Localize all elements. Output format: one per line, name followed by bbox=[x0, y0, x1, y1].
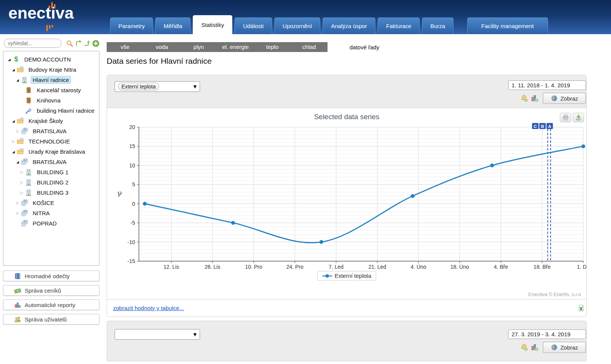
download-chart-button[interactable] bbox=[573, 113, 584, 122]
tree-item-demo-accoutn[interactable]: ◢$DEMO ACCOUTN bbox=[4, 54, 98, 65]
tree-expander-icon[interactable]: ◢ bbox=[11, 119, 16, 123]
tab-parametry[interactable]: Parametry bbox=[110, 17, 153, 34]
folder-icon bbox=[17, 148, 24, 155]
tree-expander-icon[interactable]: ◢ bbox=[6, 58, 12, 61]
branch-arrow-up-icon[interactable] bbox=[83, 39, 91, 47]
chart-title: Selected data series bbox=[107, 113, 586, 121]
excel-export-icon[interactable] bbox=[578, 304, 585, 312]
tree-expander-icon[interactable]: ▷ bbox=[19, 191, 25, 195]
tab-burza[interactable]: Burza bbox=[422, 17, 454, 34]
add-report-icon[interactable] bbox=[531, 343, 539, 351]
subnav-item-el-energie[interactable]: el. energie bbox=[217, 42, 254, 52]
page-title: Data series for Hlavní radnice bbox=[107, 57, 587, 66]
tree-item-bratislava[interactable]: ▷BRATISLAVA bbox=[4, 126, 98, 136]
print-chart-button[interactable] bbox=[560, 113, 571, 122]
search-icon[interactable] bbox=[66, 39, 73, 47]
tree-expander-icon[interactable]: ◢ bbox=[15, 160, 20, 164]
tree-item-label: Kancelář starosty bbox=[35, 86, 83, 94]
tree-item-knihovna[interactable]: Knihovna bbox=[4, 95, 98, 106]
tree-expander-icon[interactable]: ▷ bbox=[19, 170, 25, 174]
tree-item-kancel-starosty[interactable]: Kancelář starosty bbox=[4, 85, 98, 95]
tree-item-nitra[interactable]: ▷NITRA bbox=[4, 208, 98, 218]
tree-expander-icon[interactable]: ▷ bbox=[11, 139, 16, 143]
data-point[interactable] bbox=[411, 194, 414, 198]
subnav-item-v-e[interactable]: vše bbox=[107, 42, 143, 52]
second-zobraz-button[interactable]: Zobraz bbox=[543, 342, 586, 353]
tab-anal-za-spor[interactable]: Analýza úspor bbox=[323, 17, 375, 34]
svg-text:4. Bře: 4. Bře bbox=[494, 264, 508, 270]
sidebar-button-label: Správa uživatelů bbox=[25, 316, 67, 323]
tree-expander-icon[interactable]: ▷ bbox=[19, 180, 25, 184]
subnav-item-teplo[interactable]: teplo bbox=[254, 42, 291, 52]
tree-expander-icon[interactable]: ▷ bbox=[15, 201, 20, 205]
tab-m-idla[interactable]: Měřidla bbox=[155, 17, 191, 34]
svg-text:1. Du: 1. Du bbox=[577, 264, 587, 270]
svg-text:C: C bbox=[534, 124, 537, 129]
tree-expander-icon[interactable]: ◢ bbox=[11, 68, 16, 72]
tab-statistiky[interactable]: Statistiky bbox=[193, 15, 232, 34]
svg-text:4. Úno: 4. Úno bbox=[411, 264, 426, 270]
tree-item-ko-ice[interactable]: ▷KOŠICE bbox=[4, 198, 98, 208]
data-point[interactable] bbox=[490, 164, 494, 167]
tree-item-bratislava[interactable]: ◢BRATISLAVA bbox=[4, 157, 98, 167]
second-date-range-input[interactable] bbox=[508, 329, 586, 339]
sidebar-button-spr-va-cen-k[interactable]: Správa ceníků bbox=[3, 285, 99, 296]
date-range-input[interactable] bbox=[508, 80, 586, 90]
tree-item-urady-kraje-bratislava[interactable]: ◢Urady Kraje Bratislava bbox=[4, 147, 98, 157]
tree-expander-icon[interactable]: ◢ bbox=[15, 78, 20, 82]
data-point[interactable] bbox=[581, 144, 585, 148]
add-circle-icon[interactable] bbox=[92, 39, 99, 47]
add-report-icon[interactable] bbox=[531, 94, 539, 102]
tree-item-building-2[interactable]: ▷BUILDING 2 bbox=[4, 177, 98, 188]
data-point[interactable] bbox=[231, 221, 235, 225]
tab-upozorn-n[interactable]: Upozornění bbox=[274, 17, 321, 34]
tree-item-technologie[interactable]: ▷TECHNOLOGIE bbox=[4, 136, 98, 147]
table-values-link[interactable]: zobrazit hodnoty v tabulce... bbox=[113, 305, 184, 311]
app-header: enectiva ParametryMěřidlaStatistikyUdálo… bbox=[0, 0, 611, 34]
tab-facility-management[interactable]: Facility management bbox=[467, 17, 548, 34]
chart-panel: Selected data series 20151050-5-10-1512.… bbox=[107, 108, 586, 299]
add-alert-icon[interactable] bbox=[520, 94, 528, 102]
tree-item-building-1[interactable]: ▷BUILDING 1 bbox=[4, 167, 98, 177]
data-point[interactable] bbox=[143, 202, 147, 206]
tree-item-label: POPRAD bbox=[31, 219, 58, 227]
tree-item-budovy-kraje-nitra[interactable]: ◢Budovy Kraje NItra bbox=[4, 65, 98, 75]
tab-fakturace[interactable]: Fakturace bbox=[378, 17, 420, 34]
door-icon bbox=[25, 87, 32, 94]
app-logo[interactable]: enectiva bbox=[8, 4, 74, 22]
sidebar-button-hromadn-ode-ty[interactable]: Hromadné odečty bbox=[3, 271, 99, 281]
add-alert-icon[interactable] bbox=[520, 343, 528, 351]
tree-expander-icon[interactable]: ▷ bbox=[15, 211, 20, 215]
subnav: vševodaplynel. energieteplochlad bbox=[107, 42, 328, 52]
tree-item-building-3[interactable]: ▷BUILDING 3 bbox=[4, 188, 98, 198]
sidebar-button-spr-va-u-ivatel[interactable]: Správa uživatelů bbox=[3, 314, 99, 325]
search-input[interactable] bbox=[4, 39, 61, 48]
tree-item-label: Knihovna bbox=[35, 96, 63, 104]
subnav-item-voda[interactable]: voda bbox=[143, 42, 180, 52]
series-dropdown[interactable]: Externí teplota ▼ bbox=[115, 81, 200, 92]
tree-item-building-hlavn-radnice[interactable]: building Hlavní radnice bbox=[4, 106, 98, 116]
wrench-icon bbox=[25, 107, 32, 114]
sidebar: ◢$DEMO ACCOUTN◢Budovy Kraje NItra◢Hlavní… bbox=[0, 34, 102, 328]
zobraz-label: Zobraz bbox=[561, 344, 578, 351]
svg-text:26. Lis: 26. Lis bbox=[205, 264, 220, 270]
subnav-item-plyn[interactable]: plyn bbox=[180, 42, 217, 52]
tree-item-label: DEMO ACCOUTN bbox=[22, 55, 73, 63]
subnav-item-chlad[interactable]: chlad bbox=[291, 42, 328, 52]
chart-legend[interactable]: Externí teplota bbox=[317, 271, 376, 280]
sidebar-button-automatick-reporty[interactable]: Automatické reporty bbox=[3, 299, 99, 310]
tree-item-poprad[interactable]: POPRAD bbox=[4, 218, 98, 228]
sidebar-buttons: Hromadné odečtySpráva ceníkůAutomatické … bbox=[3, 271, 99, 325]
tree-item-hlavn-radnice[interactable]: ◢Hlavní radnice bbox=[4, 75, 98, 85]
svg-text:A: A bbox=[548, 124, 551, 129]
tree-expander-icon[interactable]: ◢ bbox=[11, 150, 16, 154]
tab-ud-losti[interactable]: Události bbox=[235, 17, 272, 34]
building-icon bbox=[25, 179, 32, 186]
subnav-item-datove-rady[interactable]: datové řady bbox=[350, 44, 379, 50]
second-series-dropdown[interactable]: ▼ bbox=[115, 329, 200, 340]
zobraz-button[interactable]: Zobraz bbox=[543, 93, 586, 104]
branch-arrow-right-icon[interactable] bbox=[75, 39, 82, 47]
tree-expander-icon[interactable]: ▷ bbox=[15, 129, 20, 133]
data-point[interactable] bbox=[320, 240, 323, 244]
tree-item-krajsk-koly[interactable]: ◢Krajské Školy bbox=[4, 116, 98, 126]
